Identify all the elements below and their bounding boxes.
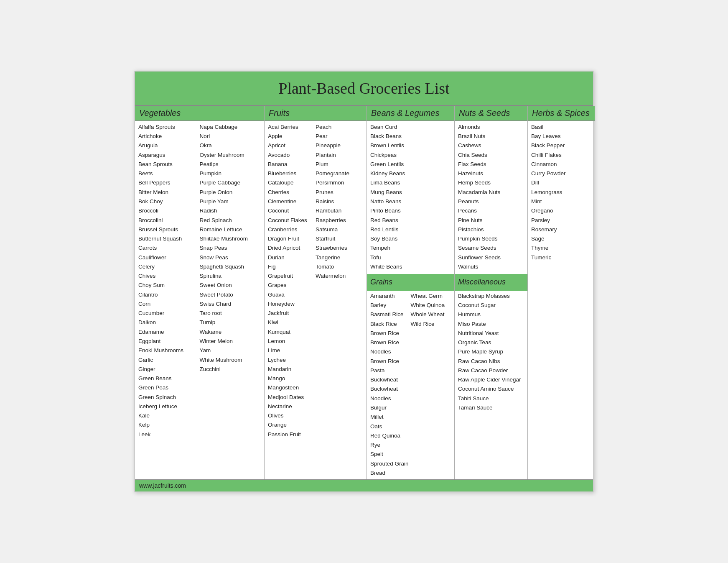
- col-header-4: Herbs & Spices: [528, 106, 595, 121]
- list-item: Peach: [316, 123, 363, 132]
- list-item: Winter Melon: [200, 337, 261, 346]
- list-item: Lemon: [268, 337, 316, 346]
- list-item: Pine Nuts: [458, 216, 524, 225]
- list-item: Cauliflower: [138, 253, 200, 262]
- list-item: Grapefruit: [268, 271, 316, 281]
- list-item: Watermelon: [316, 271, 363, 281]
- list-item: Purple Cabbage: [200, 178, 261, 187]
- list-item: Hazelnuts: [458, 169, 524, 178]
- list-item: White Beans: [370, 262, 451, 271]
- list-item: Snow Peas: [200, 253, 261, 262]
- list-item: Red Beans: [370, 216, 451, 225]
- list-item: Pure Maple Syrup: [458, 347, 524, 356]
- column-1: FruitsAcai BerriesAppleApricotAvocadoBan…: [265, 106, 367, 479]
- list-item: Persimmon: [316, 178, 363, 187]
- list-item: Macadamia Nuts: [458, 188, 524, 197]
- list-item: Yam: [200, 346, 261, 355]
- list-item: Dill: [531, 178, 591, 187]
- list-item: Artichoke: [138, 132, 200, 141]
- list-item: Bay Leaves: [531, 132, 591, 141]
- list-item: Choy Sum: [138, 281, 200, 290]
- vegetables-two-col: Alfalfa SproutsArtichokeArugulaAsparagus…: [138, 123, 261, 439]
- list-item: Guava: [268, 290, 316, 299]
- list-item: Jackfruit: [268, 309, 316, 318]
- list-item: Red Spinach: [200, 216, 261, 225]
- list-item: Satsuma: [316, 225, 363, 234]
- list-item: Wild Rice: [411, 320, 451, 329]
- list-item: Lime: [268, 346, 316, 355]
- list-item: Cinnamon: [531, 160, 591, 169]
- list-item: Clementine: [268, 197, 316, 206]
- title-bar: Plant-Based Groceries List: [135, 72, 593, 105]
- list-item: Blackstrap Molasses: [458, 292, 524, 301]
- list-item: Orange: [268, 420, 316, 430]
- list-item: Purple Onion: [200, 188, 261, 197]
- list-item: Kale: [138, 411, 200, 420]
- fruits-two-col: Acai BerriesAppleApricotAvocadoBananaBlu…: [268, 123, 363, 439]
- col-header-2: Beans & Legumes: [367, 106, 454, 121]
- veg-col1: Alfalfa SproutsArtichokeArugulaAsparagus…: [138, 123, 200, 439]
- list-item: Medjool Dates: [268, 393, 316, 402]
- list-item: Peatips: [200, 160, 261, 169]
- list-item: Cranberries: [268, 225, 316, 234]
- list-item: Arugula: [138, 141, 200, 150]
- col-body-2: Bean CurdBlack BeansBrown LentilsChickpe…: [367, 121, 454, 479]
- list-item: Pecans: [458, 206, 524, 215]
- list-item: Coconut: [268, 206, 316, 215]
- list-item: Banana: [268, 160, 316, 169]
- list-item: Whole Wheat: [411, 310, 451, 319]
- list-item: Cherries: [268, 188, 316, 197]
- list-item: Millet: [370, 412, 411, 422]
- list-item: Chickpeas: [370, 151, 451, 160]
- list-item: Pistachios: [458, 225, 524, 234]
- list-item: Coconut Sugar: [458, 301, 524, 310]
- list-item: Raw Cacao Powder: [458, 366, 524, 375]
- list-item: Enoki Mushrooms: [138, 346, 200, 355]
- list-item: Plantain: [316, 151, 363, 160]
- list-item: Strawberries: [316, 243, 363, 253]
- list-item: Tahiti Sauce: [458, 394, 524, 403]
- col-header-3: Nuts & Seeds: [455, 106, 527, 121]
- list-item: Coconut Flakes: [268, 216, 316, 225]
- list-item: Tomato: [316, 262, 363, 271]
- list-item: Lima Beans: [370, 178, 451, 187]
- list-item: Nectarine: [268, 402, 316, 411]
- list-item: Natto Beans: [370, 197, 451, 206]
- list-item: Basil: [531, 123, 591, 132]
- list-item: Pear: [316, 132, 363, 141]
- list-item: Sesame Seeds: [458, 243, 524, 253]
- list-item: Cataloupe: [268, 178, 316, 187]
- list-item: Chives: [138, 271, 200, 281]
- list-item: White Mushroom: [200, 356, 261, 365]
- list-item: Napa Cabbage: [200, 123, 261, 132]
- list-item: Tangerine: [316, 253, 363, 262]
- list-item: Spirulina: [200, 271, 261, 281]
- list-item: Sunflower Seeds: [458, 253, 524, 262]
- list-item: Avocado: [268, 151, 316, 160]
- list-item: Bulgur: [370, 403, 411, 412]
- list-item: Chia Seeds: [458, 151, 524, 160]
- list-item: Romaine Lettuce: [200, 225, 261, 234]
- col-header-1: Fruits: [265, 106, 367, 121]
- column-0: VegetablesAlfalfa SproutsArtichokeArugul…: [135, 106, 265, 479]
- list-item: Bok Choy: [138, 197, 200, 206]
- list-item: Flax Seeds: [458, 160, 524, 169]
- fruit-col1: Acai BerriesAppleApricotAvocadoBananaBlu…: [268, 123, 316, 439]
- list-item: Turnip: [200, 318, 261, 327]
- footer-url: www.jacfruits.com: [139, 482, 186, 489]
- list-item: Okra: [200, 141, 261, 150]
- list-item: Green Spinach: [138, 393, 200, 402]
- list-item: Hemp Seeds: [458, 178, 524, 187]
- list-item: Olives: [268, 411, 316, 420]
- list-item: Raisins: [316, 197, 363, 206]
- list-item: Green Lentils: [370, 160, 451, 169]
- list-item: Mangosteen: [268, 383, 316, 392]
- list-item: Brown Lentils: [370, 141, 451, 150]
- list-item: Kiwi: [268, 318, 316, 327]
- list-item: Tempeh: [370, 243, 451, 253]
- list-item: Swiss Chard: [200, 299, 261, 309]
- list-item: Bean Curd: [370, 123, 451, 132]
- list-item: Pomegranate: [316, 169, 363, 178]
- col-body-4: BasilBay LeavesBlack PepperChilli Flakes…: [528, 121, 595, 264]
- list-item: Miso Paste: [458, 320, 524, 329]
